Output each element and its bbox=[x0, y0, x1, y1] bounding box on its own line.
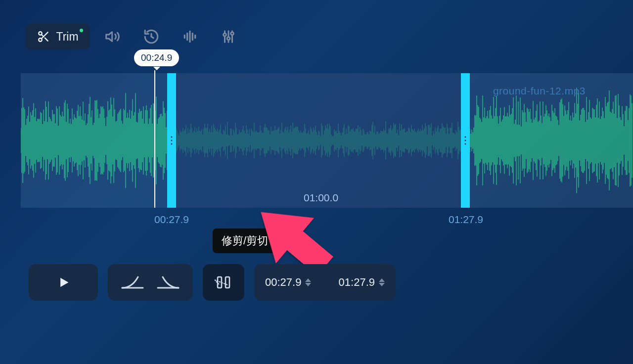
svg-marker-5 bbox=[106, 32, 112, 42]
trim-label: Trim bbox=[56, 30, 78, 44]
soundwave-icon bbox=[182, 29, 198, 45]
start-time-down[interactable] bbox=[305, 283, 311, 286]
volume-icon bbox=[105, 29, 121, 45]
speed-icon bbox=[143, 28, 160, 45]
playhead[interactable]: 00:24.9 bbox=[154, 70, 155, 208]
svg-point-18 bbox=[231, 32, 234, 35]
selection-end-label: 01:27.9 bbox=[449, 214, 483, 226]
svg-line-7 bbox=[151, 37, 153, 38]
svg-marker-20 bbox=[60, 278, 68, 287]
top-toolbar: Trim bbox=[26, 24, 244, 49]
svg-point-14 bbox=[224, 33, 226, 36]
selection-handle-start[interactable] bbox=[167, 73, 176, 208]
cut-segments-icon bbox=[215, 273, 232, 291]
end-time-field[interactable]: 01:27.9 bbox=[339, 276, 385, 289]
fade-in-icon bbox=[121, 275, 146, 290]
midpoint-time-label: 01:00.0 bbox=[304, 192, 338, 204]
svg-rect-24 bbox=[226, 277, 229, 288]
selection-overlay bbox=[167, 73, 461, 208]
waveform-timeline[interactable]: 00:24.9 01:00.0 ground-fun-12.mp3 bbox=[21, 73, 633, 208]
play-icon bbox=[56, 275, 70, 289]
start-time-value: 00:27.9 bbox=[265, 276, 301, 289]
cut-tooltip: 修剪/剪切 bbox=[213, 228, 277, 253]
playhead-time-bubble: 00:24.9 bbox=[134, 49, 179, 66]
trim-tool-button[interactable]: Trim bbox=[26, 24, 90, 49]
equalizer-icon bbox=[221, 29, 236, 44]
fade-button[interactable] bbox=[108, 264, 193, 301]
start-time-up[interactable] bbox=[305, 278, 311, 282]
speed-tool-button[interactable] bbox=[136, 24, 167, 49]
svg-rect-23 bbox=[218, 277, 222, 288]
end-time-down[interactable] bbox=[379, 283, 385, 286]
pitch-tool-button[interactable] bbox=[174, 24, 206, 49]
svg-line-4 bbox=[42, 35, 44, 37]
svg-point-16 bbox=[227, 37, 230, 40]
active-indicator-dot bbox=[80, 29, 83, 32]
equalizer-tool-button[interactable] bbox=[213, 24, 244, 49]
volume-tool-button[interactable] bbox=[97, 24, 129, 49]
cut-button[interactable] bbox=[203, 264, 244, 301]
selection-handle-end[interactable] bbox=[461, 73, 470, 208]
bottom-controls: 00:27.9 01:27.9 bbox=[29, 264, 396, 301]
fade-out-icon bbox=[155, 275, 180, 290]
end-time-value: 01:27.9 bbox=[339, 276, 375, 289]
selection-start-label: 00:27.9 bbox=[154, 214, 189, 226]
selection-time-labels: 00:27.9 01:27.9 bbox=[21, 214, 633, 228]
play-button[interactable] bbox=[29, 264, 98, 301]
audio-filename: ground-fun-12.mp3 bbox=[493, 85, 586, 97]
svg-line-3 bbox=[45, 38, 48, 41]
scissors-icon bbox=[37, 30, 50, 43]
end-time-up[interactable] bbox=[379, 278, 385, 282]
start-time-field[interactable]: 00:27.9 bbox=[265, 276, 311, 289]
time-range-control: 00:27.9 01:27.9 bbox=[254, 264, 396, 301]
